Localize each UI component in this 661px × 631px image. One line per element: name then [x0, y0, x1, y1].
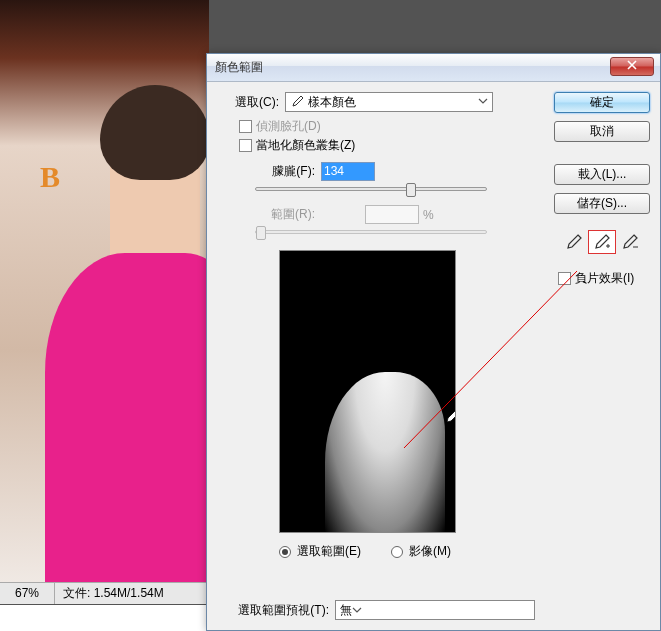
- eyedropper-cursor-icon: +: [443, 407, 456, 430]
- ok-button[interactable]: 確定: [554, 92, 650, 113]
- radio-selection-label: 選取範圍(E): [297, 543, 361, 560]
- radio-selection[interactable]: [279, 546, 291, 558]
- color-range-dialog: 顏色範圍 選取(C): 樣本顏色 偵測臉孔(D) 當地化顏色叢集(Z): [206, 53, 661, 631]
- range-slider: [255, 230, 487, 234]
- selection-preview[interactable]: +: [279, 250, 456, 533]
- localized-label: 當地化顏色叢集(Z): [256, 137, 355, 154]
- detect-faces-checkbox[interactable]: [239, 120, 252, 133]
- select-value: 樣本顏色: [308, 94, 356, 111]
- range-input: [365, 205, 419, 224]
- radio-image-label: 影像(M): [409, 543, 451, 560]
- cancel-button[interactable]: 取消: [554, 121, 650, 142]
- eyedropper-plus-tool[interactable]: [588, 230, 616, 254]
- zoom-level[interactable]: 67%: [0, 583, 55, 604]
- mask-shape: [325, 372, 445, 532]
- dialog-title: 顏色範圍: [215, 59, 263, 76]
- fuzziness-input[interactable]: 134: [321, 162, 375, 181]
- chevron-down-icon: [352, 605, 362, 615]
- slider-thumb[interactable]: [406, 183, 416, 197]
- select-label: 選取(C):: [219, 94, 279, 111]
- localized-checkbox[interactable]: [239, 139, 252, 152]
- radio-image[interactable]: [391, 546, 403, 558]
- fuzziness-label: 朦朧(F):: [239, 163, 315, 180]
- close-button[interactable]: [610, 57, 654, 76]
- range-label: 範圍(R):: [239, 206, 315, 223]
- save-button[interactable]: 儲存(S)...: [554, 193, 650, 214]
- fuzziness-slider[interactable]: [255, 187, 487, 191]
- select-dropdown[interactable]: 樣本顏色: [285, 92, 493, 112]
- load-button[interactable]: 載入(L)...: [554, 164, 650, 185]
- invert-checkbox[interactable]: [558, 272, 571, 285]
- percent-label: %: [423, 208, 434, 222]
- dialog-titlebar[interactable]: 顏色範圍: [207, 54, 660, 82]
- file-size: 1.54M/1.54M: [94, 586, 164, 600]
- background-letter: B: [40, 160, 60, 194]
- chevron-down-icon: [478, 96, 488, 106]
- invert-label: 負片效果(I): [575, 270, 634, 287]
- eyedropper-minus-tool[interactable]: [616, 230, 644, 254]
- file-label: 文件:: [63, 586, 90, 600]
- document-image: B: [0, 0, 209, 583]
- eyedropper-icon: [290, 95, 304, 109]
- detect-faces-label: 偵測臉孔(D): [256, 118, 321, 135]
- preview-label: 選取範圍預視(T):: [219, 602, 329, 619]
- status-bar: 67% 文件: 1.54M/1.54M: [0, 582, 209, 604]
- eyedropper-tool[interactable]: [560, 230, 588, 254]
- preview-value: 無: [340, 602, 352, 619]
- preview-dropdown[interactable]: 無: [335, 600, 535, 620]
